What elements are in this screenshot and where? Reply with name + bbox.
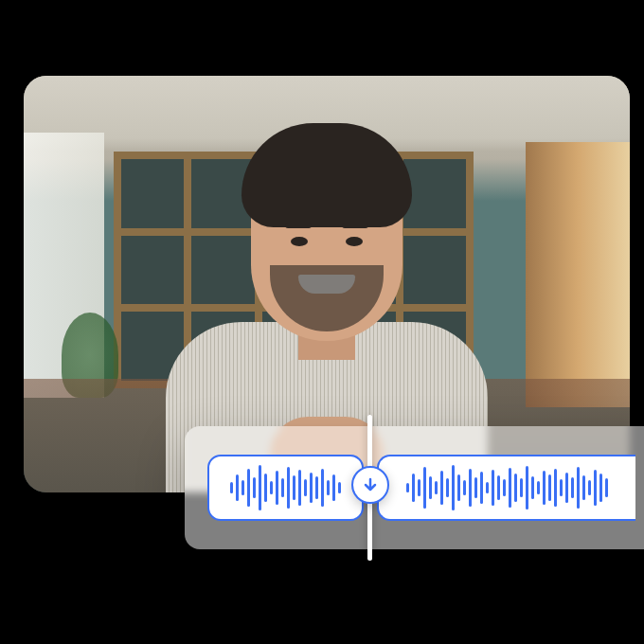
waveform-bar — [543, 471, 546, 505]
doorway — [526, 142, 630, 407]
waveform-bar — [276, 471, 278, 505]
waveform-bar — [474, 477, 477, 498]
waveform-bar — [298, 470, 301, 506]
waveform-bar — [446, 478, 449, 497]
waveform-bar — [321, 469, 324, 507]
waveform-bar — [548, 474, 551, 501]
waveform-bar — [457, 474, 460, 501]
waveform-bar — [270, 481, 273, 494]
waveform-bar — [526, 466, 528, 510]
waveform-bar — [406, 483, 409, 492]
waveform-bar — [509, 468, 511, 508]
waveform-bar — [418, 479, 420, 496]
waveform-bar — [435, 481, 438, 494]
audio-segment-1[interactable] — [207, 455, 364, 521]
waveform-bar — [463, 480, 466, 495]
waveform-bar — [293, 475, 295, 500]
waveform-bar — [560, 479, 563, 496]
waveform-bar — [582, 475, 585, 500]
waveform-bar — [310, 473, 313, 503]
waveform-bar — [531, 476, 534, 499]
waveform-bar — [423, 467, 426, 509]
waveform-bar — [554, 469, 557, 507]
waveform-bar — [588, 480, 591, 495]
waveform-bar — [594, 470, 597, 506]
waveform-bar — [486, 482, 489, 493]
waveform-bar — [605, 478, 608, 497]
waveform-bar — [565, 473, 568, 503]
playhead[interactable] — [367, 415, 372, 561]
waveform-bar — [264, 474, 267, 502]
waveform-bar — [315, 476, 318, 499]
waveform-bar — [236, 474, 239, 501]
waveform-bar — [304, 479, 307, 496]
waveform-bar — [480, 472, 483, 504]
waveform-bar — [253, 477, 256, 498]
waveform-bar — [242, 480, 244, 495]
waveform-bar — [452, 465, 455, 510]
waveform-bar — [327, 480, 330, 495]
audio-timeline-panel — [185, 426, 644, 549]
waveform-bar — [230, 482, 233, 493]
waveform-bar — [537, 481, 540, 494]
waveform-bar — [520, 478, 523, 497]
waveform-bar — [577, 467, 580, 509]
waveform-bar — [259, 465, 261, 510]
waveform-bar — [497, 475, 500, 500]
playhead-handle[interactable] — [351, 466, 389, 504]
waveform-bar — [281, 478, 284, 497]
waveform-bar — [469, 469, 472, 507]
audio-segment-2[interactable] — [377, 455, 635, 521]
waveform-bar — [429, 476, 432, 499]
waveform-bar — [503, 479, 506, 496]
waveform-bar — [440, 471, 443, 505]
waveform-bar — [247, 469, 250, 507]
waveform-bar — [338, 482, 341, 493]
waveform-bar — [492, 470, 494, 506]
waveform-bar — [599, 474, 602, 502]
waveform-bar — [412, 474, 415, 502]
waveform-bar — [287, 467, 290, 509]
waveform-bar — [514, 474, 517, 502]
waveform-bar — [332, 474, 335, 501]
arrow-down-icon — [363, 477, 378, 492]
waveform-bar — [571, 477, 574, 498]
